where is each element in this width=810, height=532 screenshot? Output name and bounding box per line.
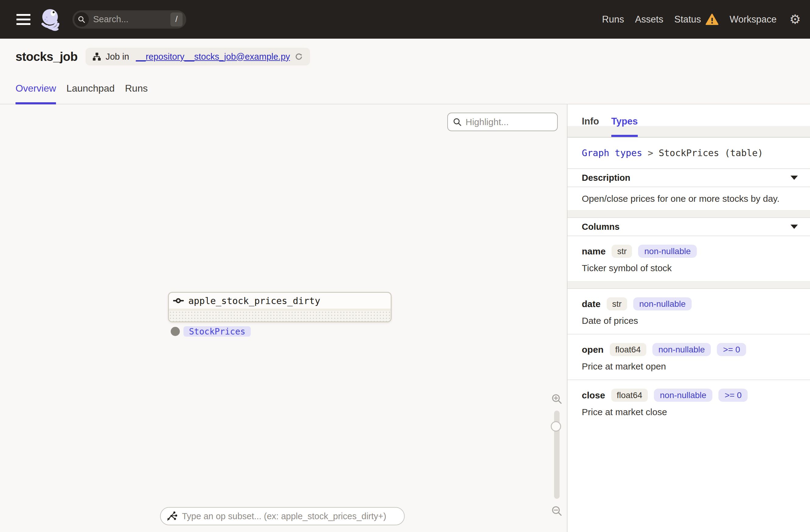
active-tab-underline: [16, 102, 56, 104]
nav-item-label: Assets: [635, 14, 663, 25]
job-graph-icon: [92, 52, 101, 61]
column-name: date: [582, 299, 601, 309]
columns-section-header[interactable]: Columns: [567, 218, 810, 236]
nav-item-label: Status: [674, 14, 701, 25]
panel-tab-types[interactable]: Types: [611, 116, 638, 136]
global-search: /: [72, 10, 186, 29]
type-info-panel: InfoTypes Graph types > StockPrices (tab…: [567, 104, 810, 532]
description-title: Description: [582, 173, 631, 183]
tab-runs[interactable]: Runs: [125, 83, 148, 104]
breadcrumb-separator: >: [648, 148, 653, 158]
panel-tabs: InfoTypes: [567, 104, 810, 138]
top-navigation-bar: / RunsAssetsStatusWorkspace⚙: [0, 0, 810, 39]
column-description: Ticker symbol of stock: [582, 263, 796, 273]
column-type-chip: float64: [611, 389, 648, 402]
column-entry-name: namestrnon-nullableTicker symbol of stoc…: [567, 236, 810, 281]
column-constraint-chip: non-nullable: [638, 245, 697, 258]
job-origin-badge: Job in __repository__stocks_job@example.…: [85, 48, 310, 65]
columns-list: namestrnon-nullableTicker symbol of stoc…: [567, 236, 810, 425]
panel-tab-info[interactable]: Info: [582, 116, 599, 136]
chevron-down-icon[interactable]: [791, 176, 798, 180]
warning-icon: [705, 13, 719, 26]
column-type-chip: float64: [610, 343, 646, 356]
nav-item-runs[interactable]: Runs: [602, 14, 624, 25]
zoom-in-icon[interactable]: [551, 393, 563, 405]
zoom-slider-track[interactable]: [554, 410, 560, 499]
columns-title: Columns: [582, 222, 619, 232]
panel-tab-row: InfoTypes: [567, 104, 810, 136]
column-description: Date of prices: [582, 316, 796, 326]
description-text: Open/close prices for one or more stocks…: [567, 187, 810, 210]
search-icon: [74, 12, 89, 27]
tab-overview[interactable]: Overview: [16, 83, 56, 104]
nav-item-assets[interactable]: Assets: [635, 14, 663, 25]
op-icon: [173, 297, 184, 304]
column-type-chip: str: [607, 297, 627, 310]
zoom-controls: [550, 393, 564, 517]
page-title: stocks_job: [16, 50, 78, 64]
breadcrumb-link-graph-types[interactable]: Graph types: [582, 148, 642, 158]
op-node[interactable]: apple_stock_prices_dirty: [168, 292, 392, 322]
column-type-chip: str: [612, 245, 632, 258]
gear-icon[interactable]: ⚙: [789, 13, 801, 26]
column-constraint-chip: >= 0: [718, 389, 748, 402]
chevron-down-icon[interactable]: [791, 225, 798, 229]
op-subset-selector: [160, 507, 405, 525]
column-constraint-chip: non-nullable: [654, 389, 713, 402]
page-header: stocks_job Job in __repository__stocks_j…: [0, 39, 810, 104]
dagster-logo[interactable]: [39, 7, 63, 32]
column-name: close: [582, 390, 605, 401]
nav-item-workspace[interactable]: Workspace: [730, 14, 777, 25]
column-description: Price at market open: [582, 361, 796, 372]
op-selector-icon: [167, 511, 178, 522]
column-constraint-chip: non-nullable: [652, 343, 711, 356]
highlight-input[interactable]: [466, 117, 557, 127]
column-name: open: [582, 344, 604, 355]
reload-icon[interactable]: [294, 52, 303, 61]
top-nav-links: RunsAssetsStatusWorkspace⚙: [602, 13, 801, 26]
tab-launchpad[interactable]: Launchpad: [66, 83, 114, 104]
job-badge-prefix: Job in: [106, 52, 131, 62]
nav-item-label: Workspace: [730, 14, 777, 25]
search-input[interactable]: [93, 14, 171, 25]
op-graph-canvas[interactable]: apple_stock_prices_dirty StockPrices: [0, 104, 567, 532]
column-constraint-chip: >= 0: [717, 343, 746, 356]
hamburger-menu-icon[interactable]: [16, 14, 30, 25]
column-constraint-chip: non-nullable: [633, 297, 692, 310]
column-description: Price at market close: [582, 407, 796, 417]
column-name: name: [582, 246, 605, 257]
highlight-search: [447, 113, 558, 131]
op-node-body: [169, 311, 391, 321]
page-tabs: OverviewLaunchpadRuns: [16, 83, 148, 104]
op-node-name: apple_stock_prices_dirty: [188, 295, 320, 306]
breadcrumb-current: StockPrices (table): [659, 148, 763, 158]
search-icon: [453, 117, 462, 127]
column-entry-close: closefloat64non-nullable>= 0Price at mar…: [567, 380, 810, 425]
section-divider: [567, 210, 810, 218]
op-subset-input[interactable]: [182, 511, 404, 521]
description-section-header[interactable]: Description: [567, 169, 810, 187]
column-entry-open: openfloat64non-nullable>= 0Price at mark…: [567, 335, 810, 380]
search-shortcut-key: /: [171, 13, 182, 27]
repository-link[interactable]: __repository__stocks_job@example.py: [136, 52, 290, 62]
output-type-tag[interactable]: StockPrices: [183, 326, 251, 337]
active-tab-underline: [611, 135, 638, 137]
nav-item-status[interactable]: Status: [674, 13, 719, 26]
column-entry-date: datestrnon-nullableDate of prices: [567, 289, 810, 334]
output-port-dot: [171, 327, 180, 336]
section-divider: [567, 281, 810, 289]
zoom-out-icon[interactable]: [551, 505, 563, 517]
breadcrumb: Graph types > StockPrices (table): [567, 138, 810, 169]
nav-item-label: Runs: [602, 14, 624, 25]
zoom-slider-thumb[interactable]: [551, 421, 561, 432]
